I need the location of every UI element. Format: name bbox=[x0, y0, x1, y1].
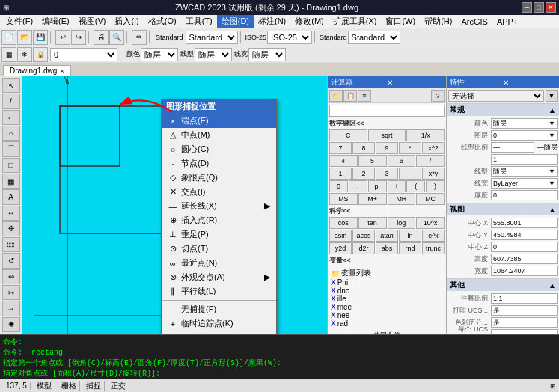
ctx-item-midpt2[interactable]: M两点之间的中点(B) bbox=[162, 331, 276, 334]
calc-format-btn[interactable]: ≡ bbox=[358, 90, 371, 102]
menu-modify[interactable]: 修改(M) bbox=[290, 15, 329, 28]
misc-section-header[interactable]: 其他 ▲ bbox=[447, 279, 559, 291]
calc-mc[interactable]: MC bbox=[416, 193, 445, 205]
calc-div[interactable]: / bbox=[416, 155, 445, 167]
model-status[interactable]: 模型 bbox=[34, 381, 55, 391]
calc-d2r[interactable]: d2r bbox=[352, 242, 375, 254]
calc-5[interactable]: 5 bbox=[358, 155, 387, 167]
calc-open-btn[interactable]: 📁 bbox=[329, 90, 343, 102]
general-section-header[interactable]: 常规 ▲ bbox=[447, 104, 559, 116]
color-dropdown[interactable]: 随层▼ bbox=[491, 118, 558, 129]
var-mee[interactable]: X mee bbox=[329, 303, 445, 311]
var-ille[interactable]: X ille bbox=[329, 295, 445, 303]
hatch-tool[interactable]: ▦ bbox=[2, 174, 20, 189]
view-section-header[interactable]: 视图 ▲ bbox=[447, 203, 559, 215]
calculator-close[interactable]: ✕ bbox=[387, 79, 443, 87]
rect-tool[interactable]: □ bbox=[2, 158, 20, 173]
calc-clear[interactable]: C bbox=[329, 129, 367, 141]
menu-format[interactable]: 格式(O) bbox=[144, 15, 181, 28]
calc-paste-btn[interactable]: 📋 bbox=[343, 90, 357, 102]
calculator-display[interactable] bbox=[329, 105, 445, 117]
calc-ex[interactable]: e^x bbox=[422, 230, 445, 242]
text-tool[interactable]: A bbox=[2, 189, 20, 204]
calc-ln[interactable]: ln bbox=[399, 230, 421, 242]
menu-tools[interactable]: 工具(T) bbox=[181, 15, 217, 28]
iso-select[interactable]: ISO-25 bbox=[267, 31, 312, 44]
calc-help-btn[interactable]: ? bbox=[431, 90, 445, 102]
calc-log[interactable]: log bbox=[388, 217, 416, 229]
var-dno[interactable]: X dno bbox=[329, 287, 445, 295]
linetype-select[interactable]: 随层 bbox=[195, 48, 232, 61]
ctx-item-center[interactable]: ○圆心(C) bbox=[162, 142, 276, 156]
circle-tool[interactable]: ○ bbox=[2, 126, 20, 141]
calc-trunc[interactable]: trunc bbox=[422, 242, 445, 254]
snap-status[interactable]: 捕捉 bbox=[83, 381, 105, 391]
color-select[interactable]: 随层 bbox=[141, 48, 178, 61]
layer-dropdown[interactable]: 0▼ bbox=[491, 130, 558, 141]
calc-0[interactable]: 0 bbox=[329, 180, 348, 192]
open-button[interactable]: 📂 bbox=[17, 30, 32, 45]
calc-mp[interactable]: M+ bbox=[358, 193, 387, 205]
linetype-dropdown[interactable]: 随层▼ bbox=[491, 166, 558, 177]
select-tool[interactable]: ↖ bbox=[2, 78, 20, 93]
polyline-tool[interactable]: ⌐ bbox=[2, 110, 20, 125]
standard-select[interactable]: Standard bbox=[186, 31, 238, 44]
minimize-button[interactable]: ─ bbox=[522, 2, 532, 13]
calc-rnd[interactable]: rnd bbox=[399, 242, 421, 254]
rotate-tool[interactable]: ↺ bbox=[2, 253, 20, 268]
calc-atan[interactable]: atan bbox=[376, 230, 398, 242]
layer-manage-button[interactable]: ▦ bbox=[1, 47, 16, 62]
layer-freeze-button[interactable]: ❄ bbox=[17, 47, 32, 62]
calc-sub[interactable]: - bbox=[399, 168, 421, 180]
calc-4[interactable]: 4 bbox=[329, 155, 358, 167]
line-tool[interactable]: / bbox=[2, 94, 20, 108]
calc-sq[interactable]: x^2 bbox=[422, 142, 445, 154]
calc-pi[interactable]: pi bbox=[368, 180, 387, 192]
ctx-item-tracking[interactable]: +临时追踪点(K) bbox=[162, 316, 276, 331]
var-nee[interactable]: X nee bbox=[329, 311, 445, 319]
calc-6[interactable]: 6 bbox=[388, 155, 416, 167]
calc-8[interactable]: 8 bbox=[352, 142, 375, 154]
calc-mul[interactable]: * bbox=[399, 142, 421, 154]
calc-rparen[interactable]: ) bbox=[426, 180, 445, 192]
arc-tool[interactable]: ⌒ bbox=[2, 141, 20, 156]
menu-edit[interactable]: 编辑(E) bbox=[37, 15, 74, 28]
menu-exttools[interactable]: 扩展工具(X) bbox=[329, 15, 382, 28]
ctx-item-quadrant[interactable]: ◇象限点(Q) bbox=[162, 171, 276, 185]
menu-help[interactable]: 帮助(H) bbox=[420, 15, 456, 28]
calc-7[interactable]: 7 bbox=[329, 142, 352, 154]
extend-tool[interactable]: → bbox=[2, 301, 20, 316]
menu-file[interactable]: 文件(F) bbox=[1, 15, 37, 28]
calc-add[interactable]: + bbox=[388, 180, 406, 192]
new-button[interactable]: 📄 bbox=[1, 30, 16, 45]
ctx-item-endpoint[interactable]: ×端点(E) bbox=[162, 114, 276, 128]
mirror-tool[interactable]: ⇔ bbox=[2, 269, 20, 284]
move-tool[interactable]: ✥ bbox=[2, 221, 20, 236]
calc-abs[interactable]: abs bbox=[376, 242, 398, 254]
props-options-btn[interactable]: ▼ bbox=[546, 90, 558, 102]
explode-tool[interactable]: ✺ bbox=[2, 317, 20, 332]
ctx-item-insertion[interactable]: ⊕插入点(R) bbox=[162, 213, 276, 227]
dimension-tool[interactable]: ↔ bbox=[2, 206, 20, 221]
ctx-item-midpoint[interactable]: △中点(M) bbox=[162, 128, 276, 142]
ctx-item-parallel[interactable]: ∥平行线(L) bbox=[162, 284, 276, 298]
calc-ms[interactable]: MS bbox=[329, 193, 358, 205]
selection-dropdown[interactable]: 无选择 bbox=[448, 90, 544, 102]
var-phi[interactable]: X Phi bbox=[329, 278, 445, 287]
maximize-button[interactable]: □ bbox=[534, 2, 544, 13]
properties-close[interactable]: ✕ bbox=[503, 79, 556, 87]
calc-mr[interactable]: MR bbox=[388, 193, 416, 205]
ctx-item-nearest[interactable]: ∞最近点(N) bbox=[162, 256, 276, 270]
menu-window[interactable]: 窗口(W) bbox=[381, 15, 420, 28]
layer-lock-button[interactable]: 🔒 bbox=[33, 47, 48, 62]
close-button[interactable]: ✕ bbox=[546, 2, 556, 13]
calc-inv[interactable]: 1/x bbox=[406, 129, 445, 141]
print-button[interactable]: 🖨 bbox=[94, 30, 109, 45]
calc-acos[interactable]: acos bbox=[352, 230, 375, 242]
calc-10x[interactable]: 10^x bbox=[416, 217, 445, 229]
ctx-item-nosnap[interactable]: 无捕捉(F) bbox=[162, 302, 276, 316]
calc-cos[interactable]: cos bbox=[329, 217, 358, 229]
calc-2[interactable]: 2 bbox=[352, 168, 375, 180]
calc-tan[interactable]: tan bbox=[358, 217, 387, 229]
preview-button[interactable]: 🔍 bbox=[109, 30, 124, 45]
